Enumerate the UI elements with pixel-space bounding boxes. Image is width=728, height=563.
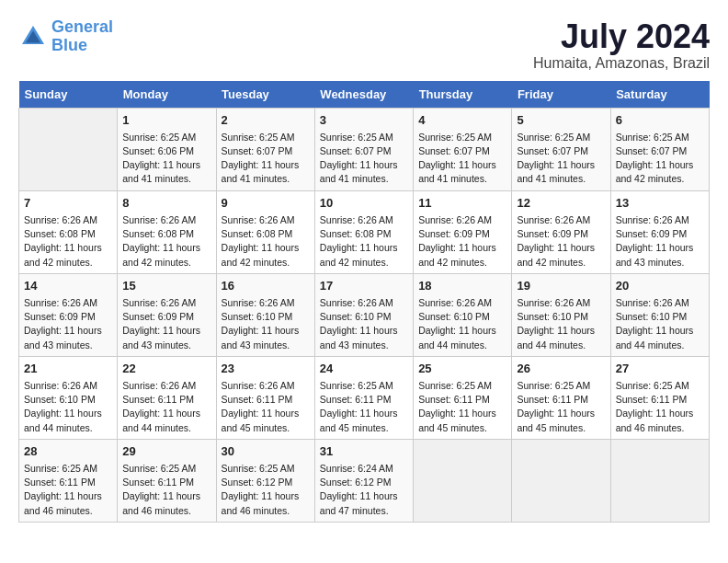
day-info: Sunrise: 6:25 AM Sunset: 6:07 PM Dayligh… — [222, 131, 310, 187]
day-info: Sunrise: 6:25 AM Sunset: 6:11 PM Dayligh… — [320, 379, 408, 435]
day-number: 22 — [122, 361, 210, 377]
cell-content: 24Sunrise: 6:25 AM Sunset: 6:11 PM Dayli… — [320, 361, 408, 435]
day-info: Sunrise: 6:25 AM Sunset: 6:07 PM Dayligh… — [320, 131, 408, 187]
day-number: 26 — [517, 361, 605, 377]
cell-content: 19Sunrise: 6:26 AM Sunset: 6:10 PM Dayli… — [517, 278, 605, 352]
calendar-cell — [19, 108, 118, 190]
calendar-cell: 31Sunrise: 6:24 AM Sunset: 6:12 PM Dayli… — [314, 439, 413, 522]
calendar-cell: 12Sunrise: 6:26 AM Sunset: 6:09 PM Dayli… — [512, 190, 610, 273]
calendar-table: SundayMondayTuesdayWednesdayThursdayFrid… — [18, 81, 710, 523]
cell-content: 6Sunrise: 6:25 AM Sunset: 6:07 PM Daylig… — [616, 112, 704, 187]
calendar-cell: 23Sunrise: 6:26 AM Sunset: 6:11 PM Dayli… — [216, 356, 314, 439]
day-info: Sunrise: 6:26 AM Sunset: 6:08 PM Dayligh… — [122, 213, 210, 270]
day-info: Sunrise: 6:26 AM Sunset: 6:11 PM Dayligh… — [222, 379, 310, 435]
day-info: Sunrise: 6:26 AM Sunset: 6:10 PM Dayligh… — [320, 296, 408, 352]
cell-content: 26Sunrise: 6:25 AM Sunset: 6:11 PM Dayli… — [517, 361, 605, 435]
day-info: Sunrise: 6:25 AM Sunset: 6:07 PM Dayligh… — [418, 131, 506, 187]
day-number: 18 — [418, 278, 506, 294]
day-info: Sunrise: 6:26 AM Sunset: 6:10 PM Dayligh… — [24, 379, 112, 435]
day-info: Sunrise: 6:25 AM Sunset: 6:07 PM Dayligh… — [616, 131, 704, 187]
cell-content: 9Sunrise: 6:26 AM Sunset: 6:08 PM Daylig… — [222, 195, 310, 270]
day-info: Sunrise: 6:26 AM Sunset: 6:09 PM Dayligh… — [122, 296, 210, 352]
calendar-cell: 25Sunrise: 6:25 AM Sunset: 6:11 PM Dayli… — [414, 356, 512, 439]
calendar-cell: 18Sunrise: 6:26 AM Sunset: 6:10 PM Dayli… — [414, 273, 512, 356]
day-info: Sunrise: 6:26 AM Sunset: 6:10 PM Dayligh… — [418, 296, 506, 352]
cell-content: 21Sunrise: 6:26 AM Sunset: 6:10 PM Dayli… — [24, 361, 112, 435]
logo-line2: Blue — [51, 36, 87, 54]
weekday-header-wednesday: Wednesday — [314, 81, 413, 109]
cell-content: 12Sunrise: 6:26 AM Sunset: 6:09 PM Dayli… — [517, 195, 605, 270]
cell-content: 5Sunrise: 6:25 AM Sunset: 6:07 PM Daylig… — [517, 112, 605, 187]
cell-content: 3Sunrise: 6:25 AM Sunset: 6:07 PM Daylig… — [320, 112, 408, 187]
cell-content: 25Sunrise: 6:25 AM Sunset: 6:11 PM Dayli… — [418, 361, 506, 435]
day-number: 10 — [320, 195, 408, 212]
day-info: Sunrise: 6:24 AM Sunset: 6:12 PM Dayligh… — [320, 462, 408, 518]
calendar-cell: 16Sunrise: 6:26 AM Sunset: 6:10 PM Dayli… — [216, 273, 314, 356]
calendar-cell: 5Sunrise: 6:25 AM Sunset: 6:07 PM Daylig… — [512, 108, 610, 190]
cell-content: 27Sunrise: 6:25 AM Sunset: 6:11 PM Dayli… — [616, 361, 704, 435]
weekday-header-friday: Friday — [512, 81, 610, 109]
calendar-cell — [512, 439, 610, 522]
calendar-cell: 28Sunrise: 6:25 AM Sunset: 6:11 PM Dayli… — [19, 439, 118, 522]
calendar-cell: 24Sunrise: 6:25 AM Sunset: 6:11 PM Dayli… — [314, 356, 413, 439]
day-info: Sunrise: 6:26 AM Sunset: 6:09 PM Dayligh… — [517, 213, 605, 270]
day-number: 13 — [616, 195, 704, 212]
cell-content: 17Sunrise: 6:26 AM Sunset: 6:10 PM Dayli… — [320, 278, 408, 352]
day-info: Sunrise: 6:25 AM Sunset: 6:11 PM Dayligh… — [517, 379, 605, 435]
cell-content: 31Sunrise: 6:24 AM Sunset: 6:12 PM Dayli… — [320, 443, 408, 518]
calendar-cell — [414, 439, 512, 522]
calendar-cell: 10Sunrise: 6:26 AM Sunset: 6:08 PM Dayli… — [314, 190, 413, 273]
week-row-5: 28Sunrise: 6:25 AM Sunset: 6:11 PM Dayli… — [19, 439, 710, 522]
day-info: Sunrise: 6:26 AM Sunset: 6:10 PM Dayligh… — [517, 296, 605, 352]
day-number: 12 — [517, 195, 605, 212]
day-number: 17 — [320, 278, 408, 294]
day-info: Sunrise: 6:26 AM Sunset: 6:09 PM Dayligh… — [24, 296, 112, 352]
cell-content: 28Sunrise: 6:25 AM Sunset: 6:11 PM Dayli… — [24, 443, 112, 518]
weekday-header-sunday: Sunday — [19, 81, 118, 109]
cell-content: 4Sunrise: 6:25 AM Sunset: 6:07 PM Daylig… — [418, 112, 506, 187]
cell-content: 10Sunrise: 6:26 AM Sunset: 6:08 PM Dayli… — [320, 195, 408, 270]
cell-content: 8Sunrise: 6:26 AM Sunset: 6:08 PM Daylig… — [122, 195, 210, 270]
week-row-4: 21Sunrise: 6:26 AM Sunset: 6:10 PM Dayli… — [19, 356, 710, 439]
calendar-cell: 26Sunrise: 6:25 AM Sunset: 6:11 PM Dayli… — [512, 356, 610, 439]
calendar-cell: 14Sunrise: 6:26 AM Sunset: 6:09 PM Dayli… — [19, 273, 118, 356]
calendar-cell: 20Sunrise: 6:26 AM Sunset: 6:10 PM Dayli… — [610, 273, 709, 356]
week-row-3: 14Sunrise: 6:26 AM Sunset: 6:09 PM Dayli… — [19, 273, 710, 356]
day-info: Sunrise: 6:26 AM Sunset: 6:09 PM Dayligh… — [616, 213, 704, 270]
day-number: 30 — [222, 443, 310, 460]
day-number: 21 — [24, 361, 112, 377]
calendar-cell: 13Sunrise: 6:26 AM Sunset: 6:09 PM Dayli… — [610, 190, 709, 273]
day-info: Sunrise: 6:25 AM Sunset: 6:12 PM Dayligh… — [222, 462, 310, 518]
cell-content: 30Sunrise: 6:25 AM Sunset: 6:12 PM Dayli… — [222, 443, 310, 518]
logo-line1: General — [51, 17, 113, 36]
calendar-body: 1Sunrise: 6:25 AM Sunset: 6:06 PM Daylig… — [19, 108, 710, 522]
calendar-cell: 27Sunrise: 6:25 AM Sunset: 6:11 PM Dayli… — [610, 356, 709, 439]
calendar-cell: 6Sunrise: 6:25 AM Sunset: 6:07 PM Daylig… — [610, 108, 709, 190]
cell-content: 11Sunrise: 6:26 AM Sunset: 6:09 PM Dayli… — [418, 195, 506, 270]
day-number: 24 — [320, 361, 408, 377]
day-number: 23 — [222, 361, 310, 377]
location-title: Humaita, Amazonas, Brazil — [533, 55, 710, 72]
day-number: 6 — [616, 112, 704, 129]
calendar-cell: 7Sunrise: 6:26 AM Sunset: 6:08 PM Daylig… — [19, 190, 118, 273]
calendar-cell: 15Sunrise: 6:26 AM Sunset: 6:09 PM Dayli… — [118, 273, 216, 356]
day-number: 7 — [24, 195, 112, 212]
day-info: Sunrise: 6:26 AM Sunset: 6:08 PM Dayligh… — [222, 213, 310, 270]
cell-content: 1Sunrise: 6:25 AM Sunset: 6:06 PM Daylig… — [122, 112, 210, 187]
calendar-cell: 4Sunrise: 6:25 AM Sunset: 6:07 PM Daylig… — [414, 108, 512, 190]
week-row-2: 7Sunrise: 6:26 AM Sunset: 6:08 PM Daylig… — [19, 190, 710, 273]
cell-content: 13Sunrise: 6:26 AM Sunset: 6:09 PM Dayli… — [616, 195, 704, 270]
day-info: Sunrise: 6:25 AM Sunset: 6:11 PM Dayligh… — [24, 462, 112, 518]
day-number: 16 — [222, 278, 310, 294]
day-info: Sunrise: 6:26 AM Sunset: 6:09 PM Dayligh… — [418, 213, 506, 270]
month-title: July 2024 — [533, 18, 710, 55]
day-info: Sunrise: 6:26 AM Sunset: 6:11 PM Dayligh… — [122, 379, 210, 435]
day-number: 25 — [418, 361, 506, 377]
calendar-cell: 2Sunrise: 6:25 AM Sunset: 6:07 PM Daylig… — [216, 108, 314, 190]
day-info: Sunrise: 6:26 AM Sunset: 6:08 PM Dayligh… — [320, 213, 408, 270]
day-info: Sunrise: 6:26 AM Sunset: 6:10 PM Dayligh… — [616, 296, 704, 352]
day-number: 8 — [122, 195, 210, 212]
calendar-cell: 30Sunrise: 6:25 AM Sunset: 6:12 PM Dayli… — [216, 439, 314, 522]
day-info: Sunrise: 6:25 AM Sunset: 6:11 PM Dayligh… — [122, 462, 210, 518]
day-number: 2 — [222, 112, 310, 129]
